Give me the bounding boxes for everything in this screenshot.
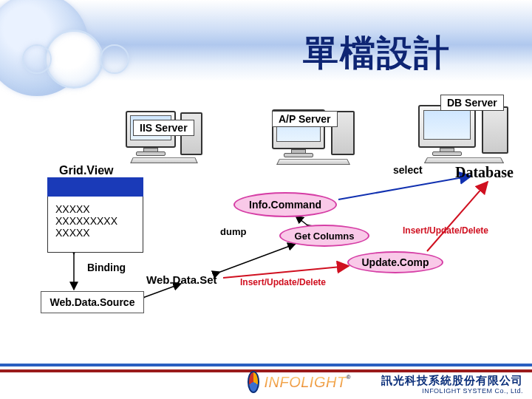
brand-logo-text: INFOLIGHT® xyxy=(264,374,351,391)
brand-logo-icon xyxy=(248,371,259,393)
infocommand-node: Info.Command xyxy=(233,192,337,217)
select-label: select xyxy=(393,164,423,176)
iud-label: Insert/Update/Delete xyxy=(403,225,488,236)
svg-line-5 xyxy=(338,176,471,200)
db-server-label: DB Server xyxy=(440,95,504,111)
decorative-ring-icon xyxy=(44,30,103,89)
svg-line-4 xyxy=(223,266,349,278)
svg-line-6 xyxy=(427,182,488,251)
footer-company: 訊光科技系統股份有限公司 INFOLIGHT SYSTEM Co., Ltd. xyxy=(381,374,523,395)
svg-line-3 xyxy=(296,216,307,225)
gridview-row: XXXXX xyxy=(55,203,90,215)
getcolumns-node: Get Columns xyxy=(279,225,369,247)
gridview-row: XXXXXXXXX xyxy=(55,215,117,227)
gridview-box: XXXXX XXXXXXXXX XXXXX xyxy=(47,177,143,253)
db-server-icon xyxy=(418,105,522,171)
gridview-label: Grid.View xyxy=(59,164,114,177)
updatecomp-node: Update.Comp xyxy=(347,251,443,273)
decorative-ring-icon xyxy=(22,44,52,74)
brand-logo: INFOLIGHT® xyxy=(248,369,351,395)
svg-line-2 xyxy=(220,244,296,272)
iis-server-label: IIS Server xyxy=(133,120,194,136)
footer: INFOLIGHT® 訊光科技系統股份有限公司 INFOLIGHT SYSTEM… xyxy=(0,355,532,399)
footer-company-cn: 訊光科技系統股份有限公司 xyxy=(381,374,523,386)
binding-label: Binding xyxy=(87,262,126,273)
dump-label: dump xyxy=(220,226,246,237)
database-label: Database xyxy=(455,164,514,181)
page-title: 單檔設計 xyxy=(303,30,451,77)
footer-company-en: INFOLIGHT SYSTEM Co., Ltd. xyxy=(381,387,523,395)
gridview-row: XXXXX xyxy=(55,227,90,239)
ap-server-label: A/P Server xyxy=(272,111,338,127)
footer-line-icon xyxy=(0,364,532,366)
webdatasource-box: Web.Data.Source xyxy=(41,291,144,313)
webdataset-label: Web.Data.Set xyxy=(146,273,217,286)
iud-label: Insert/Update/Delete xyxy=(240,277,326,287)
gridview-header xyxy=(47,177,143,197)
decorative-ring-icon xyxy=(100,44,129,74)
